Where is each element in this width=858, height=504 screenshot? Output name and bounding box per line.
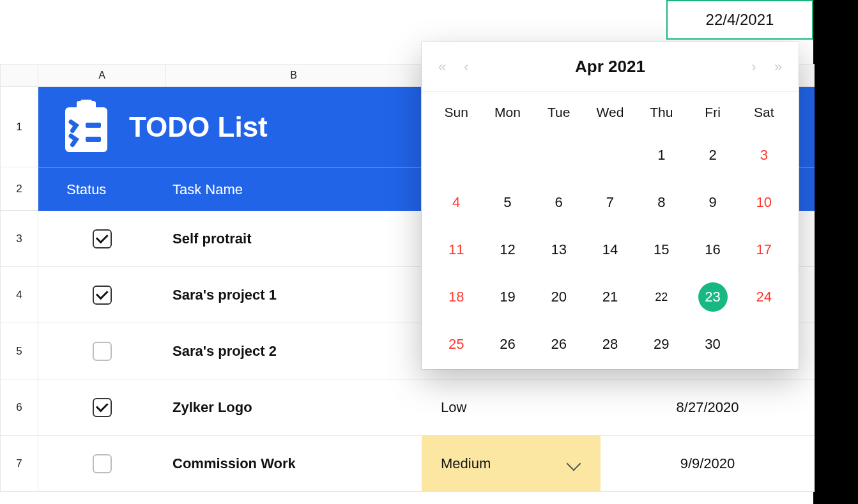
calendar-day[interactable]: 6	[533, 187, 585, 218]
status-checkbox[interactable]	[93, 398, 112, 417]
next-month-icon[interactable]: ›	[745, 58, 763, 76]
row-header-5[interactable]: 5	[0, 323, 38, 379]
calendar-day[interactable]: 13	[533, 234, 585, 266]
status-checkbox[interactable]	[93, 454, 112, 473]
row-header-7[interactable]: 7	[0, 436, 38, 492]
calendar-day[interactable]: 16	[687, 234, 738, 266]
svg-rect-4	[86, 137, 101, 142]
calendar-day[interactable]: 25	[431, 328, 482, 360]
calendar-day[interactable]: 29	[636, 328, 687, 360]
calendar-grid: SunMonTueWedThuFriSat1234567891011121314…	[422, 92, 799, 360]
status-checkbox[interactable]	[93, 286, 112, 305]
calendar-dow: Sat	[739, 97, 790, 124]
date-picker-popup: « ‹ Apr 2021 › » SunMonTueWedThuFriSat12…	[422, 42, 799, 369]
calendar-day[interactable]: 9	[687, 187, 738, 218]
calendar-nav-next: › »	[745, 58, 787, 76]
calendar-day[interactable]: 20	[533, 281, 585, 313]
title-text: TODO List	[129, 111, 268, 143]
task-name-cell[interactable]: Sara's project 2	[166, 323, 422, 379]
column-header-b[interactable]: B	[166, 64, 422, 87]
date-input-cell[interactable]: 22/4/2021	[666, 0, 813, 40]
corner-cell[interactable]	[0, 64, 38, 87]
status-checkbox[interactable]	[93, 229, 112, 248]
calendar-day[interactable]: 18	[431, 281, 482, 313]
svg-rect-3	[86, 123, 101, 128]
svg-rect-2	[80, 100, 92, 106]
status-cell[interactable]	[38, 211, 166, 267]
calendar-day[interactable]: 5	[482, 187, 533, 218]
priority-cell[interactable]: Medium	[422, 436, 601, 492]
calendar-day[interactable]: 30	[687, 328, 738, 360]
calendar-dow: Wed	[585, 97, 636, 124]
calendar-day[interactable]: 4	[431, 187, 482, 218]
calendar-day[interactable]: 26	[533, 328, 585, 360]
status-cell[interactable]	[38, 267, 166, 323]
calendar-day[interactable]: 11	[431, 234, 482, 266]
calendar-dow: Tue	[533, 97, 585, 124]
row-6: 6Zylker LogoLow8/27/2020	[0, 379, 815, 436]
table-row: Zylker LogoLow8/27/2020	[38, 379, 815, 436]
task-name-cell[interactable]: Commission Work	[166, 436, 422, 492]
row-header-6[interactable]: 6	[0, 379, 38, 436]
status-cell[interactable]	[38, 436, 166, 492]
row-header-1[interactable]: 1	[0, 87, 38, 167]
calendar-day[interactable]: 22	[636, 281, 687, 313]
calendar-dow: Sun	[431, 97, 482, 124]
calendar-day[interactable]: 12	[482, 234, 533, 266]
chevron-down-icon[interactable]	[567, 456, 581, 471]
calendar-header: « ‹ Apr 2021 › »	[422, 42, 799, 92]
due-date-cell[interactable]: 8/27/2020	[601, 379, 815, 436]
calendar-day[interactable]: 19	[482, 281, 533, 313]
calendar-day[interactable]: 10	[739, 187, 790, 218]
calendar-day[interactable]: 8	[636, 187, 687, 218]
calendar-day[interactable]: 1	[636, 139, 687, 171]
calendar-day[interactable]: 23	[687, 281, 738, 313]
table-row: Commission WorkMedium9/9/2020	[38, 436, 815, 492]
calendar-nav-prev: « ‹	[433, 58, 475, 76]
row-header-3[interactable]: 3	[0, 211, 38, 267]
calendar-day[interactable]: 17	[739, 234, 790, 266]
priority-value: Medium	[441, 455, 491, 472]
task-name-cell[interactable]: Sara's project 1	[166, 267, 422, 323]
calendar-dow: Fri	[687, 97, 738, 124]
header-task-name[interactable]: Task Name	[166, 181, 422, 198]
priority-cell[interactable]: Low	[422, 379, 601, 436]
prev-year-icon[interactable]: «	[433, 58, 451, 76]
status-cell[interactable]	[38, 379, 166, 436]
row-header-4[interactable]: 4	[0, 267, 38, 323]
prev-month-icon[interactable]: ‹	[457, 58, 475, 76]
calendar-day[interactable]: 28	[585, 328, 636, 360]
calendar-day[interactable]: 26	[482, 328, 533, 360]
status-cell[interactable]	[38, 323, 166, 379]
calendar-dow: Thu	[636, 97, 687, 124]
status-checkbox[interactable]	[93, 342, 112, 361]
next-year-icon[interactable]: »	[769, 58, 787, 76]
task-name-cell[interactable]: Zylker Logo	[166, 379, 422, 436]
column-header-a[interactable]: A	[38, 64, 166, 87]
right-black-strip	[813, 0, 858, 504]
clipboard-icon	[61, 100, 111, 155]
calendar-day[interactable]: 24	[739, 281, 790, 313]
calendar-dow: Mon	[482, 97, 533, 124]
priority-value: Low	[441, 399, 466, 416]
row-7: 7Commission WorkMedium9/9/2020	[0, 436, 815, 492]
due-date-cell[interactable]: 9/9/2020	[601, 436, 815, 492]
task-name-cell[interactable]: Self protrait	[166, 211, 422, 267]
calendar-day[interactable]: 21	[585, 281, 636, 313]
date-input-value: 22/4/2021	[706, 11, 774, 29]
calendar-title: Apr 2021	[575, 57, 645, 77]
calendar-day[interactable]: 2	[687, 139, 738, 171]
row-header-2[interactable]: 2	[0, 167, 38, 211]
calendar-day[interactable]: 3	[739, 139, 790, 171]
calendar-day[interactable]: 14	[585, 234, 636, 266]
calendar-day[interactable]: 15	[636, 234, 687, 266]
header-status[interactable]: Status	[38, 181, 166, 198]
calendar-day[interactable]: 7	[585, 187, 636, 218]
